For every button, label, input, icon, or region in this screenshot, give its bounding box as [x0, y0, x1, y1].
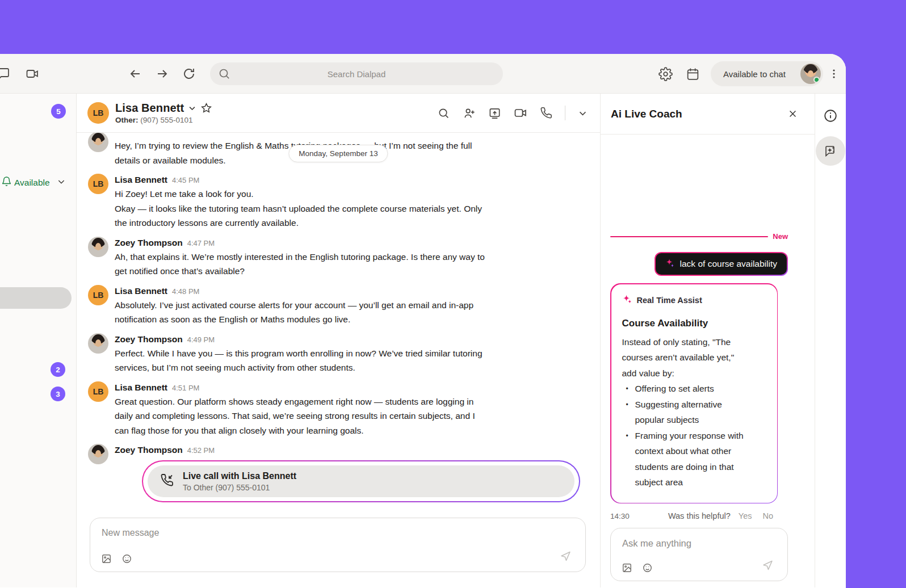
unread-badge-bottom[interactable]: 3 — [51, 387, 65, 401]
chat-column: LB Lisa Bennett Other: (907) 555-0101 — [77, 94, 600, 587]
attach-image-icon[interactable] — [622, 562, 632, 573]
status-label: Available — [14, 178, 50, 188]
favorite-star-icon[interactable] — [200, 102, 212, 114]
right-rail — [815, 94, 846, 587]
conversation-search-icon[interactable] — [437, 107, 450, 120]
message-list: Monday, September 13 Hey, I’m trying to … — [77, 133, 600, 587]
zoey-avatar — [88, 133, 108, 152]
message-author: Zoey Thompson — [115, 333, 183, 346]
message-text: Great question. Our platform shows stead… — [115, 394, 475, 438]
message-row: Zoey Thompson4:47 PM Ah, that explains i… — [77, 236, 600, 279]
online-status-dot — [813, 77, 820, 83]
add-person-icon[interactable] — [463, 107, 476, 120]
rta-heading: Course Availability — [622, 318, 766, 329]
header-divider — [565, 106, 565, 120]
sparkle-icon — [622, 294, 632, 306]
search-input[interactable] — [210, 62, 503, 85]
zoey-avatar — [88, 333, 108, 354]
send-question-icon[interactable] — [762, 559, 774, 573]
app-window: Available to chat 5 Available 2 3 — [0, 54, 846, 588]
attach-image-icon[interactable] — [101, 553, 112, 564]
messages-icon[interactable] — [0, 67, 10, 81]
zoey-avatar — [88, 237, 108, 257]
emoji-icon[interactable] — [642, 562, 653, 573]
left-sidebar: 5 Available 2 3 — [0, 94, 77, 587]
bell-icon — [1, 176, 12, 189]
message-time: 4:52 PM — [187, 444, 215, 457]
search-icon — [217, 67, 231, 81]
contact-avatar: LB — [87, 102, 109, 124]
lisa-avatar: LB — [88, 174, 108, 194]
toolbar: Available to chat — [0, 54, 846, 94]
availability-menu[interactable]: Available to chat — [711, 61, 823, 86]
contact-name: Lisa Bennett — [115, 102, 184, 115]
new-message-input[interactable] — [102, 528, 448, 538]
video-icon[interactable] — [514, 106, 527, 120]
coach-composer — [610, 528, 788, 581]
message-text: Ah, that explains it. We’re mostly inter… — [115, 250, 485, 279]
message-row: LB Lisa Bennett4:45 PM Hi Zoey! Let me t… — [77, 173, 600, 230]
unread-badge-mid[interactable]: 2 — [51, 362, 65, 377]
chevron-down-icon — [57, 177, 66, 188]
message-text: Perfect. While I have you — is this prog… — [115, 346, 483, 375]
rta-timestamp: 14:30 — [610, 512, 630, 520]
message-row: Zoey Thompson4:49 PM Perfect. While I ha… — [77, 332, 600, 375]
rta-bullet: Offering to set alerts — [622, 381, 766, 397]
close-icon[interactable] — [788, 109, 798, 119]
lisa-avatar: LB — [88, 285, 108, 305]
rta-topic-chip[interactable]: lack of course availability — [655, 252, 788, 276]
ask-anything-input[interactable] — [622, 538, 746, 549]
message-time: 4:47 PM — [187, 237, 215, 250]
feedback-no-button[interactable]: No — [762, 511, 773, 520]
info-icon[interactable] — [823, 108, 838, 123]
message-author: Lisa Bennett — [115, 174, 167, 186]
video-call-icon[interactable] — [26, 67, 39, 81]
rta-bullet-list: Offering to set alerts Suggesting altern… — [622, 381, 766, 490]
real-time-assist-card: Real Time Assist Course Availability Ins… — [610, 283, 778, 503]
ai-coach-toggle-button[interactable] — [816, 136, 845, 166]
refresh-icon[interactable] — [182, 67, 196, 81]
content-area: 5 Available 2 3 LB Lisa Bennett — [0, 94, 846, 587]
settings-gear-icon[interactable] — [658, 67, 673, 81]
user-avatar — [800, 64, 821, 84]
message-text: Hi Zoey! Let me take a look for you. Oka… — [115, 187, 482, 230]
message-row: Zoey Thompson4:52 PM Live call with Lisa… — [77, 443, 600, 502]
share-screen-icon[interactable] — [488, 107, 501, 120]
forward-icon[interactable] — [156, 67, 169, 81]
availability-label: Available to chat — [723, 69, 786, 79]
message-author: Lisa Bennett — [115, 285, 167, 297]
message-time: 4:48 PM — [172, 285, 199, 298]
new-divider: New — [610, 232, 788, 241]
date-divider[interactable]: Monday, September 13 — [288, 145, 388, 162]
message-author: Zoey Thompson — [115, 237, 183, 249]
contact-chevron-icon[interactable] — [188, 104, 196, 112]
sidebar-item-pill[interactable] — [0, 287, 72, 309]
rta-bullet: Suggesting alternative popular subjects — [622, 397, 766, 428]
contact-phone: Other: (907) 555-0101 — [115, 116, 212, 124]
zoey-avatar — [88, 444, 108, 464]
message-time: 4:51 PM — [172, 382, 199, 394]
chat-header: LB Lisa Bennett Other: (907) 555-0101 — [77, 94, 600, 133]
dnd-status-toggle[interactable]: Available — [2, 176, 74, 189]
rta-intro: Instead of only stating, "The courses ar… — [622, 334, 766, 381]
emoji-icon[interactable] — [121, 553, 132, 564]
more-actions-chevron-icon[interactable] — [578, 108, 588, 118]
kebab-menu-icon[interactable] — [828, 67, 840, 81]
message-time: 4:45 PM — [172, 174, 199, 187]
call-card-subtitle: To Other (907) 555-0101 — [183, 483, 296, 492]
back-icon[interactable] — [128, 67, 142, 81]
message-composer — [90, 518, 586, 572]
ai-live-coach-panel: Ai Live Coach New lack of course availab… — [600, 94, 815, 587]
feedback-row: 14:30 Was this helpful? Yes No — [610, 511, 788, 520]
live-call-card[interactable]: Live call with Lisa Bennett To Other (90… — [142, 460, 580, 502]
new-label: New — [773, 232, 788, 241]
feedback-yes-button[interactable]: Yes — [739, 511, 752, 520]
message-row: LB Lisa Bennett4:51 PM Great question. O… — [77, 380, 600, 438]
message-author: Zoey Thompson — [115, 444, 183, 456]
incoming-call-icon — [160, 473, 174, 489]
send-message-icon[interactable] — [560, 550, 572, 564]
unread-badge-top[interactable]: 5 — [51, 104, 66, 119]
calendar-icon[interactable] — [686, 67, 700, 81]
rta-label: Real Time Assist — [637, 296, 702, 305]
call-icon[interactable] — [540, 107, 552, 119]
